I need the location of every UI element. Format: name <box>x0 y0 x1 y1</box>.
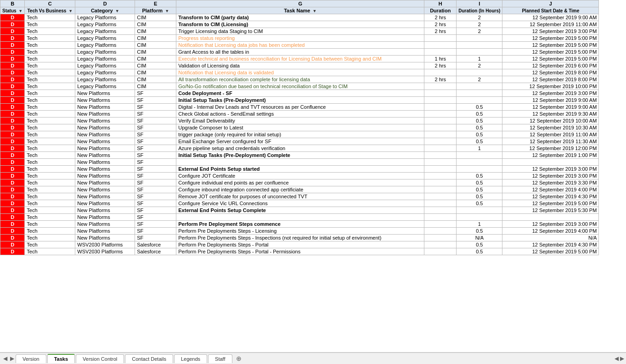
cell-task-name[interactable]: Initial Setup Tasks (Pre-Deployment) <box>176 97 424 104</box>
cell-task-name[interactable]: Configure Service Vic URL Connections <box>176 200 424 207</box>
filter-arrow-category[interactable]: ▼ <box>115 9 119 13</box>
tab-tasks[interactable]: Tasks <box>47 354 75 363</box>
cell-task-name[interactable]: Transform to CIM (party data) <box>176 14 424 21</box>
cell-category[interactable]: WSV2030 Platforms <box>75 241 135 248</box>
cell-status[interactable]: D <box>0 56 25 62</box>
cell-platform[interactable]: SF <box>135 145 176 152</box>
cell-platform[interactable]: SF <box>135 97 176 104</box>
cell-task-name[interactable]: Upgrade Composer to Latest <box>176 124 424 131</box>
cell-tech[interactable]: Tech <box>25 241 75 248</box>
cell-duration-hours[interactable] <box>457 214 502 221</box>
cell-planned-date[interactable]: N/A <box>502 235 599 241</box>
cell-planned-date[interactable]: 12 September 2019 3:00 PM <box>502 28 599 35</box>
cell-duration[interactable]: 2 hrs <box>424 14 457 21</box>
cell-platform[interactable]: SF <box>135 214 176 221</box>
cell-platform[interactable]: CIM <box>135 14 176 21</box>
cell-tech[interactable]: Tech <box>25 90 75 97</box>
filter-arrow-task[interactable]: ▼ <box>312 9 316 13</box>
cell-duration-hours[interactable]: 0.5 <box>457 179 502 186</box>
cell-duration-hours[interactable] <box>457 83 502 90</box>
cell-duration-hours[interactable]: 0.5 <box>457 173 502 179</box>
cell-planned-date[interactable]: 12 September 2019 9:00 AM <box>502 97 599 104</box>
cell-status[interactable]: D <box>0 131 25 138</box>
cell-task-name[interactable]: Digital - Internal Dev Leads and TVT res… <box>176 104 424 111</box>
cell-planned-date[interactable]: 12 September 2019 11:00 AM <box>502 131 599 138</box>
cell-planned-date[interactable]: 12 September 2019 9:30 AM <box>502 111 599 118</box>
cell-duration[interactable] <box>424 186 457 193</box>
cell-status[interactable]: D <box>0 14 25 21</box>
cell-task-name[interactable]: Check Global actions - SendEmail setting… <box>176 111 424 118</box>
cell-planned-date[interactable]: 12 September 2019 3:00 PM <box>502 173 599 179</box>
cell-platform[interactable]: CIM <box>135 69 176 76</box>
cell-tech[interactable]: Tech <box>25 118 75 124</box>
cell-duration-hours[interactable]: 2 <box>457 62 502 69</box>
header-tech-vs-business[interactable]: Tech Vs Business ▼ <box>25 7 75 14</box>
cell-duration[interactable] <box>424 214 457 221</box>
cell-task-name[interactable]: Perform Pre Deployments Steps - Licensin… <box>176 228 424 235</box>
cell-status[interactable]: D <box>0 166 25 173</box>
cell-task-name[interactable]: Perform Pre Deployment Steps commence <box>176 221 424 228</box>
cell-duration-hours[interactable] <box>457 159 502 166</box>
cell-status[interactable]: D <box>0 118 25 124</box>
cell-task-name[interactable]: Perform Pre Deployments Steps - Inspecti… <box>176 235 424 241</box>
cell-duration-hours[interactable] <box>457 35 502 42</box>
cell-task-name[interactable]: Trigger Licensing data Staging to CIM <box>176 28 424 35</box>
cell-task-name[interactable]: Execute technical and business reconcili… <box>176 56 424 62</box>
cell-tech[interactable]: Tech <box>25 179 75 186</box>
cell-platform[interactable]: Salesforce <box>135 248 176 255</box>
cell-status[interactable]: D <box>0 83 25 90</box>
tab-add[interactable]: ⊕ <box>233 355 244 362</box>
cell-category[interactable]: New Platforms <box>75 207 135 214</box>
cell-status[interactable]: D <box>0 35 25 42</box>
tab-scroll-right[interactable]: ▶ <box>9 355 16 362</box>
cell-duration-hours[interactable]: 0.5 <box>457 118 502 124</box>
cell-platform[interactable]: SF <box>135 124 176 131</box>
cell-duration[interactable] <box>424 152 457 159</box>
cell-category[interactable]: New Platforms <box>75 104 135 111</box>
cell-platform[interactable]: SF <box>135 131 176 138</box>
tab-legends[interactable]: Legends <box>174 354 207 363</box>
cell-platform[interactable]: CIM <box>135 56 176 62</box>
cell-planned-date[interactable]: 12 September 2019 12:00 PM <box>502 145 599 152</box>
cell-duration[interactable] <box>424 193 457 200</box>
cell-duration-hours[interactable] <box>457 49 502 56</box>
cell-tech[interactable]: Tech <box>25 21 75 28</box>
cell-platform[interactable]: CIM <box>135 62 176 69</box>
cell-status[interactable]: D <box>0 111 25 118</box>
cell-planned-date[interactable]: 12 September 2019 5:00 PM <box>502 56 599 62</box>
cell-platform[interactable]: SF <box>135 193 176 200</box>
cell-task-name[interactable]: Remove JOT certificate for purposes of u… <box>176 193 424 200</box>
cell-duration[interactable] <box>424 118 457 124</box>
cell-duration[interactable] <box>424 124 457 131</box>
cell-duration-hours[interactable] <box>457 97 502 104</box>
cell-status[interactable]: D <box>0 214 25 221</box>
cell-duration[interactable] <box>424 166 457 173</box>
tab-staff[interactable]: Staff <box>208 354 232 363</box>
cell-category[interactable]: New Platforms <box>75 214 135 221</box>
cell-tech[interactable]: Tech <box>25 49 75 56</box>
cell-tech[interactable]: Tech <box>25 159 75 166</box>
cell-status[interactable]: D <box>0 235 25 241</box>
cell-category[interactable]: New Platforms <box>75 173 135 179</box>
cell-status[interactable]: D <box>0 62 25 69</box>
cell-planned-date[interactable]: 12 September 2019 5:00 PM <box>502 42 599 49</box>
cell-task-name[interactable]: All transformation reconciliation comple… <box>176 76 424 83</box>
cell-planned-date[interactable]: 12 September 2019 10:00 AM <box>502 118 599 124</box>
cell-category[interactable]: New Platforms <box>75 193 135 200</box>
cell-category[interactable]: New Platforms <box>75 166 135 173</box>
cell-duration[interactable] <box>424 179 457 186</box>
cell-planned-date[interactable]: 12 September 2019 3:00 PM <box>502 90 599 97</box>
cell-tech[interactable]: Tech <box>25 104 75 111</box>
cell-duration[interactable] <box>424 90 457 97</box>
cell-duration[interactable] <box>424 241 457 248</box>
cell-duration[interactable] <box>424 35 457 42</box>
cell-duration-hours[interactable]: 1 <box>457 221 502 228</box>
cell-category[interactable]: Legacy Platforms <box>75 21 135 28</box>
cell-duration[interactable] <box>424 248 457 255</box>
cell-duration[interactable] <box>424 159 457 166</box>
cell-status[interactable]: D <box>0 28 25 35</box>
cell-task-name[interactable]: Transform to CIM (Licensing) <box>176 21 424 28</box>
cell-planned-date[interactable]: 12 September 2019 4:00 PM <box>502 186 599 193</box>
cell-task-name[interactable]: Validation of Licensing data <box>176 62 424 69</box>
cell-tech[interactable]: Tech <box>25 173 75 179</box>
